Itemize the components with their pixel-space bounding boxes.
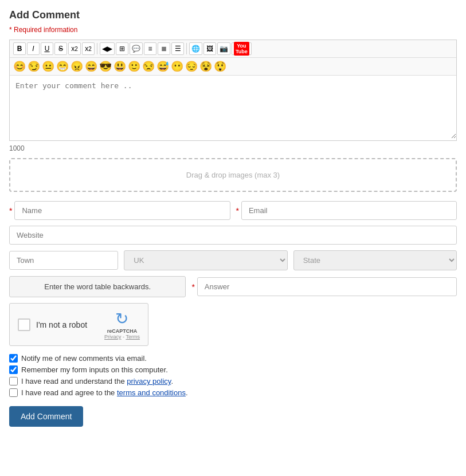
list-ordered-button[interactable]: ☰ — [171, 42, 184, 55]
answer-input[interactable] — [197, 277, 457, 296]
answer-required-star: * — [191, 282, 194, 292]
emoji-toolbar: 😊 😏 😐 😁 😠 😄 😎 😃 🙂 😒 😅 😶 😔 😵 😲 — [10, 58, 456, 76]
editor-toolbar: B I U S x2 x2 ◀▶ ⊞ 💬 ≡ ≣ ☰ 🌐 🖼 📷 YouTube — [10, 40, 456, 58]
privacy-label-before: I have read and understand the — [21, 377, 127, 385]
town-input[interactable] — [9, 251, 118, 270]
italic-button[interactable]: I — [27, 42, 40, 55]
checkboxes-section: Notify me of new comments via email. Rem… — [9, 354, 457, 397]
privacy-policy-link[interactable]: privacy policy — [127, 377, 171, 385]
privacy-label: I have read and understand the privacy p… — [21, 377, 173, 385]
notify-checkbox[interactable] — [9, 354, 18, 363]
answer-group: * — [191, 277, 457, 296]
recaptcha-brand: reCAPTCHA — [107, 328, 138, 334]
emoji-13[interactable]: 😔 — [185, 60, 198, 73]
photo-button[interactable]: 📷 — [217, 42, 230, 55]
remember-label: Remember my form inputs on this computer… — [21, 365, 168, 374]
state-group: State Alabama Alaska Arizona California … — [293, 250, 457, 270]
emoji-12[interactable]: 😶 — [171, 60, 183, 73]
emoji-2[interactable]: 😏 — [28, 60, 40, 73]
email-input[interactable] — [241, 201, 457, 220]
terms-label: I have read and agree to the terms and c… — [21, 388, 188, 397]
captcha-question-group: Enter the word table backwards. — [9, 276, 186, 297]
align-button[interactable]: ≡ — [144, 42, 156, 55]
media-button[interactable]: ◀▶ — [100, 42, 115, 55]
checkbox-row-2: Remember my form inputs on this computer… — [9, 365, 457, 374]
recaptcha-logo: ↻ reCAPTCHA Privacy - Terms — [104, 309, 140, 340]
emoji-4[interactable]: 😁 — [56, 60, 69, 73]
country-group: UK US CA AU Other — [124, 250, 287, 270]
image-button[interactable]: 🖼 — [203, 42, 216, 55]
name-required-star: * — [9, 206, 12, 215]
terms-checkbox[interactable] — [9, 388, 18, 397]
checkbox-row-4: I have read and agree to the terms and c… — [9, 388, 457, 397]
notify-label: Notify me of new comments via email. — [21, 354, 147, 363]
emoji-15[interactable]: 😲 — [214, 60, 226, 73]
recaptcha-privacy-link[interactable]: Privacy — [104, 334, 122, 340]
emoji-5[interactable]: 😠 — [71, 60, 83, 73]
checkbox-row-3: I have read and understand the privacy p… — [9, 377, 457, 385]
state-select[interactable]: State Alabama Alaska Arizona California … — [293, 250, 457, 270]
emoji-11[interactable]: 😅 — [156, 60, 169, 73]
website-input[interactable] — [9, 226, 457, 245]
globe-button[interactable]: 🌐 — [189, 42, 202, 55]
toolbar-separator-2 — [186, 43, 187, 54]
list-unordered-button[interactable]: ≣ — [158, 42, 170, 55]
underline-button[interactable]: U — [41, 42, 53, 55]
subscript-button[interactable]: x2 — [82, 42, 95, 55]
privacy-label-after: . — [171, 377, 173, 385]
name-input[interactable] — [14, 201, 230, 220]
comment-textarea[interactable] — [10, 76, 456, 139]
emoji-7[interactable]: 😎 — [99, 60, 112, 73]
checkbox-row-1: Notify me of new comments via email. — [9, 354, 457, 363]
recaptcha-widget: I'm not a robot ↻ reCAPTCHA Privacy - Te… — [9, 303, 148, 346]
youtube-button[interactable]: YouTube — [232, 42, 252, 55]
emoji-14[interactable]: 😵 — [199, 60, 212, 73]
toolbar-separator-1 — [97, 43, 97, 54]
recaptcha-icon: ↻ — [115, 309, 128, 328]
page-title: Add Comment — [9, 9, 457, 21]
emoji-10[interactable]: 😒 — [142, 60, 155, 73]
terms-label-after: . — [186, 388, 188, 397]
recaptcha-label: I'm not a robot — [36, 320, 87, 329]
town-group — [9, 251, 118, 270]
emoji-9[interactable]: 🙂 — [128, 60, 140, 73]
remember-checkbox[interactable] — [9, 365, 18, 374]
captcha-row: Enter the word table backwards. * — [9, 276, 457, 297]
name-email-row: * * — [9, 201, 457, 220]
recaptcha-checkbox-area: I'm not a robot — [18, 318, 87, 331]
website-row — [9, 226, 457, 245]
bold-button[interactable]: B — [13, 42, 26, 55]
terms-label-before: I have read and agree to the — [21, 388, 117, 397]
recaptcha-checkbox[interactable] — [18, 318, 30, 331]
image-dropzone[interactable]: Drag & drop images (max 3) — [9, 158, 457, 192]
country-select[interactable]: UK US CA AU Other — [124, 250, 287, 270]
emoji-8[interactable]: 😃 — [113, 60, 126, 73]
emoji-6[interactable]: 😄 — [85, 60, 97, 73]
quote-button[interactable]: 💬 — [130, 42, 143, 55]
required-note: * Required information — [9, 26, 457, 34]
emoji-1[interactable]: 😊 — [13, 60, 26, 73]
recaptcha-links: Privacy - Terms — [104, 334, 140, 340]
char-count: 1000 — [9, 144, 457, 152]
privacy-checkbox[interactable] — [9, 377, 18, 385]
strikethrough-button[interactable]: S — [54, 42, 67, 55]
email-group: * — [236, 201, 457, 220]
email-required-star: * — [236, 206, 239, 215]
submit-button[interactable]: Add Comment — [9, 406, 83, 427]
name-group: * — [9, 201, 230, 220]
recaptcha-terms-link[interactable]: Terms — [126, 334, 140, 340]
columns-button[interactable]: ⊞ — [116, 42, 128, 55]
editor-container: B I U S x2 x2 ◀▶ ⊞ 💬 ≡ ≣ ☰ 🌐 🖼 📷 YouTube… — [9, 40, 457, 141]
captcha-question-text: Enter the word table backwards. — [9, 276, 186, 297]
superscript-button[interactable]: x2 — [68, 42, 81, 55]
terms-link[interactable]: terms and conditions — [117, 388, 186, 397]
emoji-3[interactable]: 😐 — [42, 60, 54, 73]
location-row: UK US CA AU Other State Alabama Alaska A… — [9, 250, 457, 270]
